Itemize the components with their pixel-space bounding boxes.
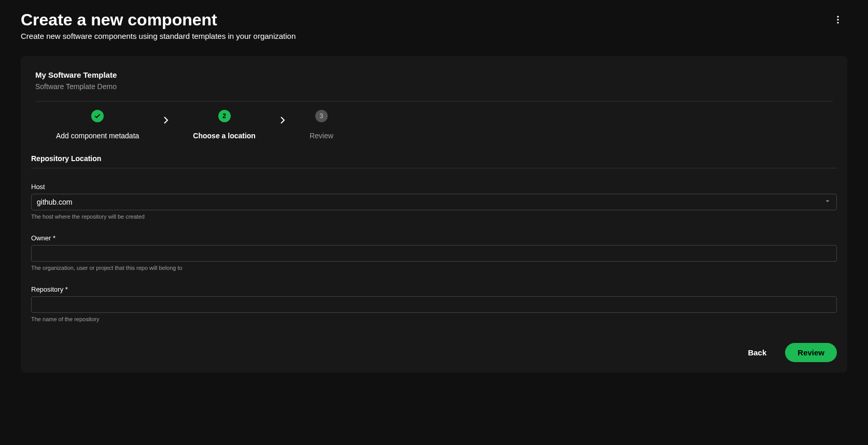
check-icon <box>94 112 101 120</box>
wizard-card: My Software Template Software Template D… <box>21 56 847 372</box>
more-options-button[interactable] <box>829 10 847 29</box>
page-subtitle: Create new software components using sta… <box>21 32 296 40</box>
step-location[interactable]: 2 Choose a location <box>172 110 276 140</box>
review-button[interactable]: Review <box>785 343 837 362</box>
svg-point-2 <box>837 22 838 23</box>
step-number-icon: 2 <box>218 110 231 122</box>
step-completed-icon <box>91 110 104 122</box>
host-helper: The host where the repository will be cr… <box>31 213 837 220</box>
repository-input[interactable] <box>31 296 837 313</box>
step-label: Add component metadata <box>56 132 139 140</box>
owner-label: Owner * <box>31 234 837 242</box>
host-label: Host <box>31 183 837 191</box>
repository-helper: The name of the repository <box>31 316 837 322</box>
template-name: My Software Template <box>35 70 833 79</box>
step-number-icon: 3 <box>315 110 328 122</box>
owner-helper: The organization, user or project that t… <box>31 265 837 271</box>
svg-point-1 <box>837 19 838 20</box>
back-button[interactable]: Back <box>735 343 779 362</box>
page-title: Create a new component <box>21 10 296 30</box>
step-label: Review <box>310 132 333 140</box>
owner-input[interactable] <box>31 245 837 262</box>
section-title: Repository Location <box>31 154 837 168</box>
step-review: 3 Review <box>289 110 354 140</box>
step-label: Choose a location <box>193 132 256 140</box>
svg-point-0 <box>837 16 838 18</box>
template-description: Software Template Demo <box>35 82 833 91</box>
chevron-right-icon <box>276 114 289 126</box>
chevron-right-icon <box>160 114 172 126</box>
more-vertical-icon <box>833 15 843 25</box>
repository-label: Repository * <box>31 285 837 293</box>
host-select[interactable] <box>31 194 837 210</box>
stepper: Add component metadata 2 Choose a locati… <box>35 110 833 140</box>
step-metadata[interactable]: Add component metadata <box>35 110 160 140</box>
